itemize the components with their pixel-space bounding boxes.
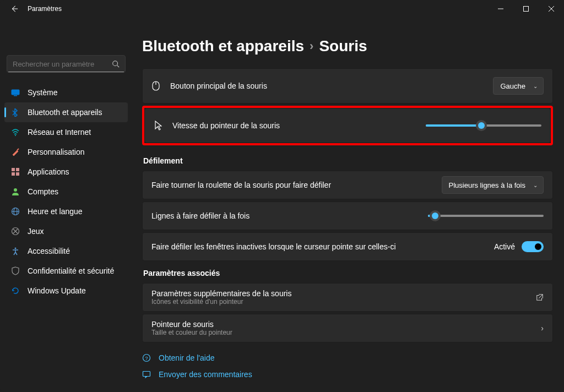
content-area: Bluetooth et appareils › Souris Bouton p… bbox=[132, 18, 564, 392]
svg-rect-11 bbox=[12, 172, 15, 176]
sidebar-item-7[interactable]: Jeux bbox=[4, 221, 128, 241]
row-label: Faire tourner la roulette de la souris p… bbox=[151, 181, 331, 189]
apps-icon bbox=[11, 167, 20, 176]
svg-text:?: ? bbox=[145, 356, 148, 361]
highlight-annotation: Vitesse du pointeur de la souris bbox=[142, 106, 553, 145]
sidebar-item-4[interactable]: Applications bbox=[4, 162, 128, 182]
sidebar-item-label: Bluetooth et appareils bbox=[28, 108, 102, 117]
search-box[interactable] bbox=[7, 55, 126, 73]
sidebar-item-label: Réseau et Internet bbox=[28, 128, 91, 137]
update-icon bbox=[11, 286, 20, 295]
sidebar: SystèmeBluetooth et appareilsRéseau et I… bbox=[0, 18, 132, 392]
sidebar-item-2[interactable]: Réseau et Internet bbox=[4, 122, 128, 142]
link-mouse-pointer[interactable]: Pointeur de souris Taille et couleur du … bbox=[142, 314, 553, 342]
dropdown-value: Plusieurs lignes à la fois bbox=[449, 181, 525, 189]
window-controls bbox=[488, 0, 564, 18]
globe-icon bbox=[11, 207, 20, 216]
sidebar-item-9[interactable]: Confidentialité et sécurité bbox=[4, 261, 128, 281]
svg-rect-7 bbox=[14, 95, 17, 96]
toggle-state-label: Activé bbox=[494, 242, 515, 251]
inactive-scroll-toggle[interactable] bbox=[522, 241, 544, 252]
breadcrumb-parent[interactable]: Bluetooth et appareils bbox=[142, 37, 304, 55]
sidebar-item-3[interactable]: Personnalisation bbox=[4, 142, 128, 162]
row-label: Bouton principal de la souris bbox=[170, 81, 267, 90]
sidebar-item-8[interactable]: Accessibilité bbox=[4, 241, 128, 261]
svg-rect-1 bbox=[524, 7, 529, 12]
search-icon bbox=[112, 60, 120, 68]
svg-point-8 bbox=[15, 135, 16, 136]
breadcrumb-current: Souris bbox=[319, 37, 367, 55]
help-link[interactable]: ? Obtenir de l'aide bbox=[142, 353, 553, 362]
sidebar-item-label: Système bbox=[28, 88, 57, 97]
slider-thumb[interactable] bbox=[430, 210, 441, 221]
svg-point-13 bbox=[14, 188, 17, 192]
svg-rect-12 bbox=[16, 172, 19, 176]
row-label: Faire défiler les fenêtres inactives lor… bbox=[151, 242, 396, 251]
row-lines-to-scroll[interactable]: Lignes à faire défiler à la fois bbox=[142, 202, 553, 230]
person-icon bbox=[11, 187, 20, 196]
system-icon bbox=[11, 88, 20, 97]
sidebar-item-10[interactable]: Windows Update bbox=[4, 281, 128, 301]
sidebar-item-1[interactable]: Bluetooth et appareils bbox=[4, 102, 128, 122]
pointer-speed-slider[interactable] bbox=[426, 124, 541, 127]
close-icon bbox=[549, 6, 554, 12]
shield-icon bbox=[11, 266, 20, 275]
row-primary-mouse-button[interactable]: Bouton principal de la souris Gauche ⌄ bbox=[142, 68, 553, 104]
minimize-button[interactable] bbox=[488, 0, 513, 18]
minimize-icon bbox=[498, 6, 503, 12]
chevron-right-icon: › bbox=[541, 324, 544, 333]
section-related-heading: Paramètres associés bbox=[143, 269, 553, 277]
link-title: Paramètres supplémentaires de la souris bbox=[151, 289, 291, 298]
settings-window: Paramètres SystèmeBluetooth et appareils… bbox=[0, 0, 564, 392]
lines-scroll-slider[interactable] bbox=[428, 215, 544, 217]
maximize-icon bbox=[523, 6, 529, 12]
svg-line-5 bbox=[117, 66, 120, 68]
link-title: Pointeur de souris bbox=[151, 320, 232, 329]
svg-rect-23 bbox=[143, 372, 150, 377]
chevron-down-icon: ⌄ bbox=[533, 83, 538, 89]
xbox-icon bbox=[11, 227, 20, 236]
feedback-link[interactable]: Envoyer des commentaires bbox=[142, 370, 553, 379]
scroll-mode-dropdown[interactable]: Plusieurs lignes à la fois ⌄ bbox=[442, 176, 544, 194]
sidebar-item-0[interactable]: Système bbox=[4, 83, 128, 102]
row-label: Vitesse du pointeur de la souris bbox=[172, 121, 280, 130]
breadcrumb: Bluetooth et appareils › Souris bbox=[142, 37, 553, 55]
chevron-down-icon: ⌄ bbox=[533, 182, 538, 188]
help-links: ? Obtenir de l'aide Envoyer des commenta… bbox=[142, 353, 553, 379]
window-title: Paramètres bbox=[28, 5, 62, 13]
link-subtitle: Icônes et visibilité d'un pointeur bbox=[151, 298, 291, 306]
sidebar-item-label: Applications bbox=[28, 167, 69, 176]
sidebar-item-5[interactable]: Comptes bbox=[4, 182, 128, 202]
cursor-icon bbox=[154, 121, 162, 130]
link-additional-mouse-settings[interactable]: Paramètres supplémentaires de la souris … bbox=[142, 283, 553, 312]
slider-thumb[interactable] bbox=[476, 120, 487, 131]
svg-point-18 bbox=[15, 248, 17, 249]
maximize-button[interactable] bbox=[513, 0, 539, 18]
arrow-left-icon bbox=[10, 5, 18, 13]
chevron-right-icon: › bbox=[310, 39, 313, 53]
svg-rect-9 bbox=[12, 168, 15, 171]
sidebar-item-label: Accessibilité bbox=[28, 247, 70, 255]
sidebar-item-label: Windows Update bbox=[28, 286, 86, 295]
close-button[interactable] bbox=[539, 0, 564, 18]
row-inactive-window-scroll[interactable]: Faire défiler les fenêtres inactives lor… bbox=[142, 232, 553, 261]
sidebar-item-label: Comptes bbox=[28, 187, 58, 196]
help-icon: ? bbox=[142, 353, 151, 362]
feedback-icon bbox=[142, 370, 151, 379]
open-external-icon bbox=[536, 293, 544, 301]
mouse-icon bbox=[151, 81, 160, 90]
row-scroll-mode[interactable]: Faire tourner la roulette de la souris p… bbox=[142, 171, 553, 199]
brush-icon bbox=[11, 148, 20, 156]
feedback-label: Envoyer des commentaires bbox=[159, 370, 252, 379]
help-label: Obtenir de l'aide bbox=[159, 353, 215, 362]
sidebar-item-6[interactable]: Heure et langue bbox=[4, 202, 128, 221]
sidebar-item-label: Personnalisation bbox=[28, 148, 85, 156]
search-input[interactable] bbox=[13, 60, 112, 68]
primary-button-dropdown[interactable]: Gauche ⌄ bbox=[493, 77, 544, 95]
row-pointer-speed[interactable]: Vitesse du pointeur de la souris bbox=[144, 108, 551, 143]
bluetooth-icon bbox=[11, 108, 20, 117]
row-label: Lignes à faire défiler à la fois bbox=[151, 211, 250, 220]
wifi-icon bbox=[11, 128, 20, 137]
back-button[interactable] bbox=[9, 3, 20, 14]
section-scroll-heading: Défilement bbox=[143, 156, 553, 165]
